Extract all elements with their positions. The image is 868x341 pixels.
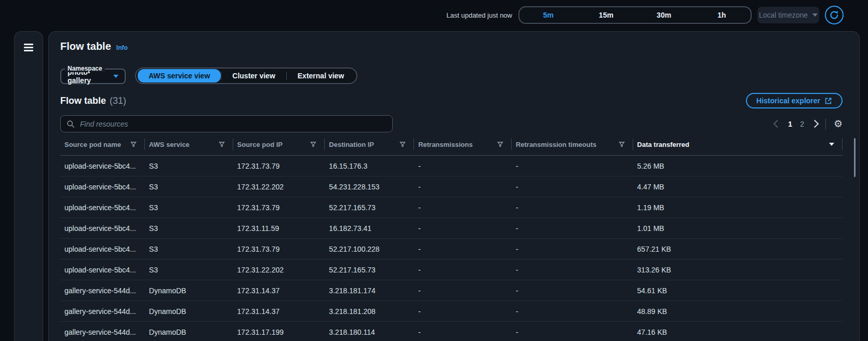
table-row-count: (31) [110,96,126,106]
cell-source-pod-ip: 172.31.22.202 [233,183,325,191]
filter-icon [310,141,316,147]
cell-destination-ip: 3.218.180.114 [325,328,414,336]
cell-source-pod-name: upload-service-5bc4... [60,203,145,212]
external-link-icon [824,97,832,105]
cell-aws-service: S3 [145,245,233,253]
search-icon [66,120,75,128]
table-row[interactable]: gallery-service-544d...DynamoDB172.31.17… [60,322,843,341]
table-title-row: Flow table (31) Historical explorer [60,93,843,108]
time-range-30m[interactable]: 30m [635,7,693,23]
view-toggle-group: AWS service viewCluster viewExternal vie… [135,67,357,84]
next-page-icon[interactable] [811,120,819,128]
cell-data-transferred: 54.61 KB [633,287,843,295]
table-row[interactable]: upload-service-5bc4...S3172.31.73.7952.2… [60,239,843,260]
table-row[interactable]: upload-service-5bc4...S3172.31.22.20252.… [60,260,843,280]
view-tab-external-view[interactable]: External view [287,70,355,82]
cell-aws-service: S3 [145,162,233,170]
last-updated-text: Last updated just now [447,11,512,19]
search-box [60,115,393,132]
page-title: Flow table [60,40,111,52]
menu-bar [24,44,33,45]
filter-icon [219,141,225,147]
column-header-label: Retransmissions [418,141,473,148]
filter-icon [130,141,137,147]
previous-page-icon[interactable] [773,120,782,128]
cell-retransmission-timeouts: - [512,183,633,191]
cell-data-transferred: 313.26 KB [633,266,843,274]
view-tab-aws-service-view[interactable]: AWS service view [138,69,221,83]
column-header-destination-ip[interactable]: Destination IP [325,133,414,155]
menu-bar [24,47,33,48]
column-header-data-transferred[interactable]: Data transferred [633,133,843,155]
cell-source-pod-name: upload-service-5bc4... [60,162,145,170]
cell-data-transferred: 47.16 KB [633,328,843,336]
cell-retransmission-timeouts: - [512,328,633,336]
flow-table-panel: Flow table Info Namespace photo-gallery … [48,31,860,341]
cell-retransmission-timeouts: - [512,245,633,253]
cell-source-pod-ip: 172.31.73.79 [233,245,325,253]
cell-aws-service: S3 [145,203,233,212]
table-body: upload-service-5bc4...S3172.31.73.7916.1… [60,156,843,341]
scrollbar-thumb[interactable] [854,138,856,177]
cell-source-pod-name: upload-service-5bc4... [60,224,145,233]
table-row[interactable]: upload-service-5bc4...S3172.31.73.7916.1… [60,156,843,176]
time-range-5m[interactable]: 5m [519,7,577,23]
cell-data-transferred: 657.21 KB [633,245,843,253]
refresh-icon [829,10,839,20]
search-input[interactable] [79,115,392,132]
search-row: 12 ⚙ [60,115,843,132]
table-row[interactable]: upload-service-5bc4...S3172.31.22.20254.… [60,176,843,197]
column-header-retransmission-timeouts[interactable]: Retransmission timeouts [512,133,633,155]
refresh-button[interactable] [825,6,844,24]
table-row[interactable]: upload-service-5bc4...S3172.31.73.7952.2… [60,197,843,218]
chevron-down-icon [113,75,118,78]
cell-aws-service: DynamoDB [145,287,233,295]
column-header-label: Destination IP [329,141,374,148]
page-1[interactable]: 1 [788,120,792,128]
cell-aws-service: S3 [145,224,233,233]
historical-explorer-button[interactable]: Historical explorer [746,93,843,108]
settings-gear-icon[interactable]: ⚙ [834,119,843,129]
cell-destination-ip: 3.218.181.174 [325,287,414,295]
cell-retransmissions: - [414,245,512,253]
table-row[interactable]: gallery-service-544d...DynamoDB172.31.14… [60,301,843,322]
cell-retransmission-timeouts: - [512,224,633,233]
column-header-source-pod-name[interactable]: Source pod name [60,133,145,155]
historical-explorer-label: Historical explorer [756,97,820,105]
table-title: Flow table [60,96,106,106]
menu-icon[interactable] [24,44,33,51]
cell-source-pod-ip: 172.31.14.37 [233,287,325,295]
column-header-aws-service[interactable]: AWS service [145,133,233,155]
cell-retransmissions: - [414,328,512,336]
column-header-source-pod-ip[interactable]: Source pod IP [233,133,325,155]
cell-retransmissions: - [414,287,512,295]
table-row[interactable]: gallery-service-544d...DynamoDB172.31.14… [60,280,843,301]
timezone-dropdown[interactable]: Local timezone [757,7,819,23]
timezone-label: Local timezone [759,11,808,19]
table-row[interactable]: upload-service-5bc4...S3172.31.11.5916.1… [60,218,843,239]
cell-data-transferred: 4.47 MB [633,183,843,191]
cell-source-pod-name: upload-service-5bc4... [60,245,145,253]
cell-retransmission-timeouts: - [512,203,633,212]
cell-aws-service: DynamoDB [145,307,233,316]
cell-data-transferred: 1.19 MB [633,203,843,212]
time-range-control: 5m15m30m1h [518,6,752,24]
time-range-15m[interactable]: 15m [577,7,635,23]
menu-bar [24,50,33,51]
view-tab-cluster-view[interactable]: Cluster view [221,70,286,82]
cell-data-transferred: 5.26 MB [633,162,843,170]
column-header-label: Source pod IP [237,141,283,148]
page-2[interactable]: 2 [800,120,804,128]
cell-retransmissions: - [414,183,512,191]
pagination: 12 ⚙ [774,118,843,130]
namespace-select[interactable]: Namespace photo-gallery [60,69,126,84]
column-header-retransmissions[interactable]: Retransmissions [414,133,512,155]
cell-destination-ip: 16.15.176.3 [325,162,414,170]
time-range-1h[interactable]: 1h [693,7,751,23]
info-link[interactable]: Info [116,44,128,51]
namespace-field-label: Namespace [65,65,105,72]
filter-icon [497,141,503,147]
cell-source-pod-name: gallery-service-544d... [60,328,145,336]
cell-data-transferred: 48.89 KB [633,307,843,316]
cell-data-transferred: 1.01 MB [633,224,843,233]
